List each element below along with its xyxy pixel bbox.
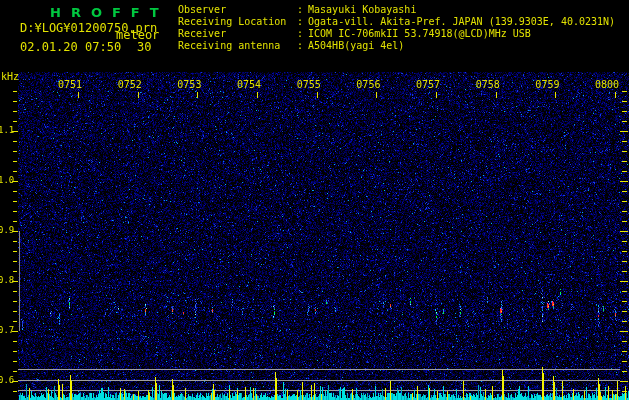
receiver-row: Receiver:ICOM IC-706mkII 53.74918(@LCD)M… — [178, 28, 615, 40]
separator: : — [297, 16, 303, 28]
mode-label: meteor — [116, 28, 159, 42]
spectrogram-canvas — [0, 0, 629, 400]
time-label-0758: 0758 — [476, 79, 500, 90]
separator: : — [297, 40, 303, 52]
freq-label-1.1: 1.1 — [0, 125, 14, 135]
time-label-0800: 0800 — [595, 79, 619, 90]
app-title: HROFFT — [50, 5, 169, 20]
time-label-0753: 0753 — [177, 79, 201, 90]
observer-row: Observer:Masayuki Kobayashi — [178, 4, 615, 16]
station-info: Observer:Masayuki Kobayashi Receiving Lo… — [178, 4, 615, 52]
location-value: Ogata-vill. Akita-Pref. JAPAN (139.9303E… — [308, 16, 615, 28]
receiver-value: ICOM IC-706mkII 53.74918(@LCD)MHz USB — [308, 28, 531, 40]
time-label-0752: 0752 — [118, 79, 142, 90]
separator: : — [297, 28, 303, 40]
antenna-value: A504HB(yagi 4el) — [308, 40, 404, 52]
antenna-label: Receiving antenna — [178, 40, 297, 52]
time-label-0757: 0757 — [416, 79, 440, 90]
antenna-row: Receiving antenna:A504HB(yagi 4el) — [178, 40, 615, 52]
freq-label-0.6: 0.6 — [0, 375, 14, 385]
freq-label-0.9: 0.9 — [0, 225, 14, 235]
location-row: Receiving Location:Ogata-vill. Akita-Pre… — [178, 16, 615, 28]
meteor-count: 30 — [137, 40, 151, 54]
time-label-0751: 0751 — [58, 79, 82, 90]
time-label-0759: 0759 — [535, 79, 559, 90]
observer-value: Masayuki Kobayashi — [308, 4, 416, 16]
freq-label-0.8: 0.8 — [0, 275, 14, 285]
observer-label: Observer — [178, 4, 297, 16]
time-label-0756: 0756 — [356, 79, 380, 90]
receiver-label: Receiver — [178, 28, 297, 40]
hrofft-screen: HROFFT D:¥LOG¥01200750.prn meteor 02.01.… — [0, 0, 629, 400]
time-label-0755: 0755 — [297, 79, 321, 90]
y-axis-unit-label: kHz — [1, 71, 19, 82]
separator: : — [297, 4, 303, 16]
freq-label-1.0: 1.0 — [0, 175, 14, 185]
freq-label-0.7: 0.7 — [0, 325, 14, 335]
observation-datetime: 02.01.20 07:50 — [20, 40, 121, 54]
location-label: Receiving Location — [178, 16, 297, 28]
time-label-0754: 0754 — [237, 79, 261, 90]
